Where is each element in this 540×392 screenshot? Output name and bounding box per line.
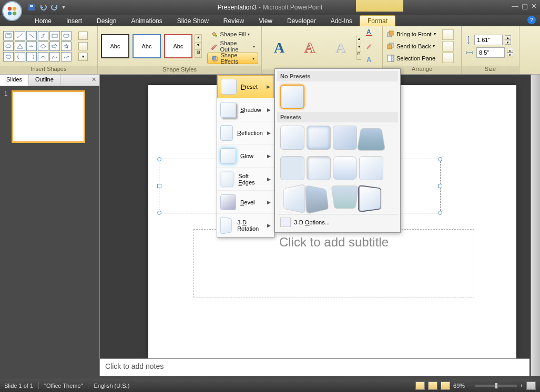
preset-11[interactable] xyxy=(331,185,359,209)
shape-arrowshape-icon[interactable] xyxy=(49,42,60,51)
zoom-in-button[interactable]: + xyxy=(520,383,523,389)
notes-pane[interactable]: Click to add notes xyxy=(100,358,529,376)
shape-style-1[interactable]: Abc xyxy=(101,34,129,58)
gallery-more-icon[interactable]: ⊟ xyxy=(195,50,201,58)
shape-style-2[interactable]: Abc xyxy=(133,34,161,58)
tab-developer[interactable]: Developer xyxy=(280,16,323,26)
preset-3[interactable] xyxy=(333,126,357,150)
shape-oval-icon[interactable] xyxy=(3,42,14,51)
restore-button[interactable]: ▢ xyxy=(522,2,528,10)
edit-shape-button[interactable] xyxy=(78,32,88,40)
resize-handle-e[interactable] xyxy=(438,184,442,188)
undo-icon[interactable] xyxy=(39,3,47,12)
width-down-icon[interactable]: ▾ xyxy=(507,53,513,57)
outline-tab[interactable]: Outline xyxy=(29,75,60,86)
gallery-prev-icon[interactable]: ▴ xyxy=(195,35,201,43)
shape-bracket-icon[interactable] xyxy=(26,52,37,61)
menu-item-preset[interactable]: Preset ▶ xyxy=(217,75,274,98)
tab-format[interactable]: Format xyxy=(360,15,395,26)
preset-6[interactable] xyxy=(307,156,331,180)
zoom-slider[interactable] xyxy=(475,385,517,387)
help-button[interactable]: ? xyxy=(527,16,536,24)
fit-window-button[interactable] xyxy=(526,381,536,390)
tab-slideshow[interactable]: Slide Show xyxy=(170,16,216,26)
shape-diamond-icon[interactable] xyxy=(38,42,48,51)
resize-handle-se[interactable] xyxy=(438,211,442,215)
tab-review[interactable]: Review xyxy=(216,16,251,26)
shape-connector-icon[interactable] xyxy=(38,31,48,40)
wordart-gallery[interactable]: A A A xyxy=(265,36,354,60)
shape-effects-button[interactable]: Shape Effects▾ xyxy=(207,53,258,64)
preset-9[interactable] xyxy=(283,184,305,214)
preset-10[interactable] xyxy=(305,185,329,214)
style-gallery-scroll[interactable]: ▴ ▾ ⊟ xyxy=(195,34,202,58)
preset-8[interactable] xyxy=(359,156,383,180)
zoom-value[interactable]: 69% xyxy=(453,383,465,389)
close-button[interactable]: ✕ xyxy=(531,2,537,10)
subtitle-placeholder[interactable]: Click to add subtitle xyxy=(193,229,474,297)
slides-tab[interactable]: Slides xyxy=(0,75,29,86)
shape-curve-icon[interactable] xyxy=(38,52,48,61)
shape-rect-icon[interactable] xyxy=(49,31,60,40)
resize-handle-nw[interactable] xyxy=(157,157,161,161)
bring-to-front-button[interactable]: Bring to Front▾ xyxy=(385,28,438,40)
menu-item-bevel[interactable]: Bevel▶ xyxy=(217,191,274,214)
flyout-3d-options[interactable]: 3-D Options... xyxy=(277,214,398,230)
height-up-icon[interactable]: ▴ xyxy=(505,35,511,40)
office-button[interactable] xyxy=(2,1,22,21)
shape-freeform-icon[interactable] xyxy=(49,52,60,61)
status-language[interactable]: English (U.S.) xyxy=(94,383,129,389)
slideshow-view-button[interactable] xyxy=(441,381,450,390)
shape-star-icon[interactable] xyxy=(61,42,72,51)
text-fill-button[interactable]: A xyxy=(365,28,380,40)
tab-insert[interactable]: Insert xyxy=(59,16,89,26)
preset-12[interactable] xyxy=(358,185,381,213)
preset-1[interactable] xyxy=(280,126,304,150)
shape-scribble-icon[interactable] xyxy=(61,52,72,61)
preset-4[interactable] xyxy=(357,128,386,151)
shape-textbox-icon[interactable] xyxy=(3,31,14,40)
send-to-back-button[interactable]: Send to Back▾ xyxy=(385,40,438,52)
shape-line-icon[interactable] xyxy=(15,31,25,40)
zoom-out-button[interactable]: − xyxy=(468,383,471,389)
menu-item-soft-edges[interactable]: Soft Edges▶ xyxy=(217,168,274,191)
sorter-view-button[interactable] xyxy=(428,381,437,390)
shape-style-gallery[interactable]: Abc Abc Abc xyxy=(101,34,192,58)
shapes-more-button[interactable]: ▾ xyxy=(78,53,88,61)
preset-none[interactable] xyxy=(280,85,304,109)
tab-addins[interactable]: Add-Ins xyxy=(323,16,360,26)
shape-style-3[interactable]: Abc xyxy=(164,34,192,58)
wordart-style-2[interactable]: A xyxy=(296,36,324,60)
tab-design[interactable]: Design xyxy=(89,16,124,26)
shape-height-input[interactable]: 1.61" xyxy=(474,35,503,45)
gallery-next-icon[interactable]: ▾ xyxy=(195,43,201,50)
textbox-button[interactable] xyxy=(78,42,88,50)
tab-view[interactable]: View xyxy=(251,16,280,26)
resize-handle-sw[interactable] xyxy=(157,211,161,215)
wordart-style-3[interactable]: A xyxy=(326,36,354,60)
normal-view-button[interactable] xyxy=(415,381,425,390)
menu-item-reflection[interactable]: Reflection▶ xyxy=(217,121,274,145)
preset-7[interactable] xyxy=(333,156,357,180)
menu-item-glow[interactable]: Glow▶ xyxy=(217,145,274,168)
qat-more-icon[interactable]: ▾ xyxy=(62,3,70,12)
text-outline-button[interactable] xyxy=(365,42,380,54)
resize-handle-w[interactable] xyxy=(157,184,161,188)
shape-arrow-icon[interactable] xyxy=(26,42,37,51)
tab-animations[interactable]: Animations xyxy=(124,16,169,26)
shape-fill-button[interactable]: Shape Fill▾ xyxy=(207,28,258,40)
wordart-gallery-scroll[interactable]: ▴ ▾ ⊟ xyxy=(356,36,361,60)
shape-width-input[interactable]: 8.5" xyxy=(476,47,505,58)
shape-outline-button[interactable]: Shape Outline▾ xyxy=(207,40,258,52)
preset-5[interactable] xyxy=(280,156,304,180)
shape-hex-icon[interactable] xyxy=(3,52,14,61)
wordart-style-1[interactable]: A xyxy=(265,36,293,60)
tab-home[interactable]: Home xyxy=(27,16,59,26)
group-button[interactable] xyxy=(442,41,454,51)
shape-line2-icon[interactable] xyxy=(26,31,37,40)
minimize-button[interactable]: — xyxy=(512,2,518,10)
align-button[interactable] xyxy=(442,29,454,40)
shape-brace-icon[interactable] xyxy=(15,52,25,61)
preset-2[interactable] xyxy=(307,126,331,150)
height-down-icon[interactable]: ▾ xyxy=(505,40,511,45)
